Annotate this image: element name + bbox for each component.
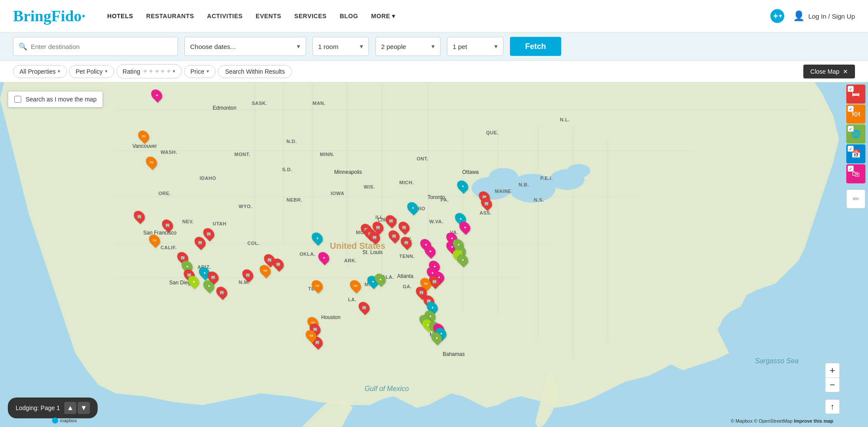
sidebar-services-button[interactable]: ✓ 🛍: [846, 164, 865, 183]
nav-services[interactable]: SERVICES: [294, 13, 327, 20]
nav-restaurants[interactable]: RESTAURANTS: [146, 13, 194, 20]
user-icon: 👤: [793, 10, 805, 22]
pet-policy-arrow: ▾: [105, 68, 108, 74]
draw-icon: ✏: [853, 194, 859, 204]
all-properties-label: All Properties: [20, 68, 56, 75]
search-as-i-move[interactable]: Search as I move the map: [8, 91, 103, 108]
close-map-button[interactable]: Close Map ✕: [803, 65, 855, 78]
pet-policy-label: Pet Policy: [76, 68, 102, 75]
close-map-label: Close Map: [810, 68, 839, 75]
zoom-in-button[interactable]: +: [825, 363, 840, 378]
rating-label: Rating: [123, 68, 140, 75]
lodging-pagination: Lodging: Page 1 ▲ ▼: [8, 398, 98, 418]
nav-more[interactable]: MORE ▾: [371, 13, 395, 20]
login-button[interactable]: 👤 Log In / Sign Up: [793, 10, 855, 22]
rating-arrow: ▾: [173, 68, 175, 74]
lodging-label: Lodging: Page 1: [16, 404, 60, 411]
rating-filter[interactable]: Rating ✦ ✦ ✦ ✦ ✦ ▾: [116, 64, 182, 78]
map-container[interactable]: EdmontonVancouverMinneapolisOttawaToront…: [0, 82, 868, 427]
search-icon: 🔍: [19, 42, 27, 51]
price-label: Price: [191, 68, 204, 75]
rooms-select[interactable]: 1 room ▾: [312, 37, 369, 56]
pet-label: 1 pet: [453, 43, 467, 50]
hotels-checkbox[interactable]: ✓: [848, 86, 854, 92]
people-label: 2 people: [381, 43, 406, 50]
dates-arrow: ▾: [297, 42, 300, 50]
mapbox-logo: mapbox: [52, 417, 77, 424]
destination-input-wrap: 🔍: [13, 37, 178, 56]
fetch-button[interactable]: Fetch: [510, 37, 561, 56]
page-next-button[interactable]: ▼: [78, 402, 90, 414]
restaurants-checkbox[interactable]: ✓: [848, 106, 854, 112]
page-prev-button[interactable]: ▲: [64, 402, 76, 414]
svg-point-4: [472, 177, 512, 200]
activities-checkbox[interactable]: ✓: [848, 126, 854, 132]
add-button[interactable]: +: [770, 9, 784, 23]
destination-input[interactable]: [31, 43, 172, 50]
sidebar-events-button[interactable]: ✓ 📅: [846, 144, 865, 163]
nav-activities[interactable]: ACTIVITIES: [207, 13, 243, 20]
map-attribution: mapbox: [52, 417, 77, 424]
nav-hotels[interactable]: HOTELS: [107, 13, 133, 20]
main-nav: HOTELS RESTAURANTS ACTIVITIES EVENTS SER…: [107, 13, 770, 20]
mapbox-label: mapbox: [60, 418, 77, 423]
sidebar-hotels-button[interactable]: ✓ 🛏: [846, 85, 865, 104]
nav-events[interactable]: EVENTS: [256, 13, 281, 20]
page-nav: ▲ ▼: [64, 402, 90, 414]
sidebar-restaurants-button[interactable]: ✓ 🍽: [846, 104, 865, 124]
search-move-label: Search as I move the map: [26, 96, 96, 103]
dates-select[interactable]: Choose dates... ▾: [184, 37, 306, 56]
pet-arrow: ▾: [494, 42, 498, 50]
price-arrow: ▾: [207, 68, 209, 74]
filter-bar: All Properties ▾ Pet Policy ▾ Rating ✦ ✦…: [0, 61, 868, 82]
header: BringFido· HOTELS RESTAURANTS ACTIVITIES…: [0, 0, 868, 33]
rating-stars: ✦ ✦ ✦ ✦ ✦: [142, 67, 171, 75]
compass-button[interactable]: ↑: [825, 399, 840, 414]
pet-policy-filter[interactable]: Pet Policy ▾: [69, 65, 114, 78]
zoom-controls: + −: [825, 363, 840, 392]
login-label: Log In / Sign Up: [808, 13, 855, 20]
header-right: + 👤 Log In / Sign Up: [770, 9, 855, 23]
close-map-icon: ✕: [843, 68, 848, 75]
sidebar-draw-button[interactable]: ✏: [846, 189, 865, 209]
svg-point-5: [567, 164, 590, 178]
search-move-checkbox[interactable]: [14, 96, 21, 103]
map-sidebar: ✓ 🛏 ✓ 🍽 ✓ 🌐 ✓ 📅 ✓ 🛍 ✏: [844, 82, 868, 211]
logo[interactable]: BringFido·: [13, 7, 85, 25]
search-within-button[interactable]: Search Within Results: [218, 65, 293, 78]
services-checkbox[interactable]: ✓: [848, 166, 854, 172]
pet-select[interactable]: 1 pet ▾: [447, 37, 503, 56]
zoom-out-button[interactable]: −: [825, 378, 840, 392]
rooms-label: 1 room: [318, 43, 339, 50]
logo-text: BringFido: [13, 7, 82, 25]
people-arrow: ▾: [431, 42, 435, 50]
rooms-arrow: ▾: [360, 42, 363, 50]
all-properties-arrow: ▾: [58, 68, 60, 74]
map-copyright: © Mapbox © OpenStreetMap Improve this ma…: [731, 418, 833, 424]
price-filter[interactable]: Price ▾: [184, 65, 216, 78]
all-properties-filter[interactable]: All Properties ▾: [13, 65, 67, 78]
people-select[interactable]: 2 people ▾: [375, 37, 441, 56]
search-bar: 🔍 Choose dates... ▾ 1 room ▾ 2 people ▾ …: [0, 33, 868, 61]
sidebar-activities-button[interactable]: ✓ 🌐: [846, 124, 865, 143]
logo-dot: ·: [82, 7, 85, 25]
dates-label: Choose dates...: [190, 43, 236, 50]
nav-blog[interactable]: BLOG: [340, 13, 358, 20]
events-checkbox[interactable]: ✓: [848, 146, 854, 152]
copyright-text: © Mapbox © OpenStreetMap Improve this ma…: [731, 418, 833, 424]
